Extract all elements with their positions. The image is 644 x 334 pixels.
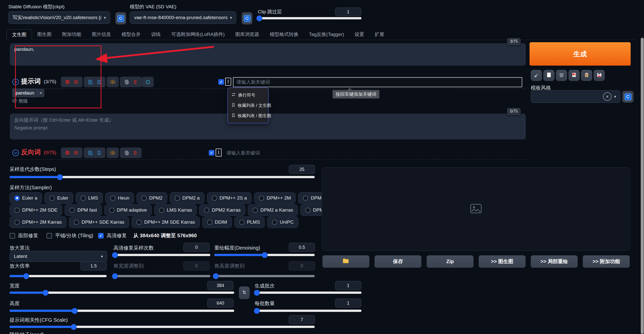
prompt-keyword-input[interactable] (233, 77, 522, 87)
hires-steps-slider[interactable] (113, 254, 210, 256)
tab-settings[interactable]: 设置 (349, 29, 370, 40)
batch-count-slider[interactable] (255, 292, 361, 294)
tab-txt2img[interactable]: 文生图 (7, 29, 32, 40)
batch-size-slider[interactable] (255, 310, 361, 312)
width-value[interactable]: 384 (207, 281, 233, 290)
sampler-dpm-adaptive[interactable]: DPM adaptive (104, 204, 152, 216)
sampler-lms-karras[interactable]: LMS Karras (154, 204, 197, 216)
sampler-dpmpp-2m-sde-karras[interactable]: DPM++ 2M SDE Karras (132, 216, 200, 228)
sampler-lms[interactable]: LMS (76, 192, 103, 204)
tab-checkpoint-merger[interactable]: 模型合并 (116, 29, 146, 40)
collapse-chevron-icon[interactable] (12, 78, 19, 86)
globe-icon[interactable] (65, 80, 70, 84)
send-to-inpaint-button[interactable]: >> 局部重绘 (531, 255, 578, 268)
save-button[interactable]: 保存 (375, 255, 421, 268)
scrollbar-thumb[interactable] (641, 38, 644, 334)
sampler-dpm2-a[interactable]: DPM2 a (170, 192, 205, 204)
tab-extras[interactable]: 附加功能 (57, 29, 87, 40)
clear-selection-icon[interactable]: × (603, 92, 612, 101)
denoising-value[interactable]: 0.5 (289, 243, 315, 252)
sampler-unipc[interactable]: UniPC (267, 216, 298, 228)
negative-keyword-checkbox[interactable]: ✓ (209, 150, 214, 156)
sampler-dpmpp-2m-sde[interactable]: DPM++ 2M SDE (10, 204, 62, 216)
model-refresh-button[interactable] (115, 12, 126, 24)
save-style-button[interactable] (594, 70, 605, 81)
scrollbar-track[interactable] (640, 0, 644, 334)
upscale-by-slider[interactable] (10, 275, 107, 277)
translate-ab-icon[interactable]: AB (110, 80, 115, 84)
history-doc-icon[interactable] (88, 151, 93, 155)
clip-skip-slider[interactable] (258, 17, 361, 19)
tag-remove-icon[interactable]: × (37, 89, 44, 97)
upscale-by-value[interactable]: 1.5 (80, 261, 107, 270)
model-select[interactable]: 写实\realisticVisionV20_v20.safetensors [c… (8, 11, 110, 24)
history-doc-icon[interactable] (88, 80, 93, 84)
text-cursor-icon[interactable]: I (216, 149, 222, 157)
prompt-keyword-checkbox[interactable]: ✓ (218, 79, 224, 85)
hires-fix-toggle[interactable]: ✓ 高清修复 (98, 232, 127, 239)
steps-slider[interactable] (10, 176, 315, 178)
prompt-tag-chip[interactable]: pandaun × (12, 89, 44, 97)
sampler-dpm2-a-karras[interactable]: DPM2 a Karras (248, 204, 298, 216)
sampler-euler[interactable]: Euler (45, 192, 73, 204)
tab-image-browser[interactable]: 图库浏览器 (230, 29, 264, 40)
steps-value[interactable]: 25 (289, 165, 315, 174)
denoising-slider[interactable] (214, 254, 315, 256)
sampler-dpmpp-2m-karras[interactable]: DPM++ 2M Karras (10, 216, 66, 228)
height-value[interactable]: 640 (207, 299, 233, 308)
style-refresh-button[interactable] (622, 91, 633, 103)
bookmark-icon[interactable] (97, 80, 101, 84)
clip-skip-value[interactable]: 1 (335, 8, 361, 16)
tab-lora[interactable]: 可选附加网络(LoRA插件) (166, 29, 230, 40)
collapse-chevron-icon[interactable] (12, 149, 19, 157)
sampler-dpmpp-2m[interactable]: DPM++ 2M (254, 192, 296, 204)
vae-refresh-button[interactable] (242, 12, 252, 24)
bookmark-icon[interactable] (97, 151, 101, 155)
menu-item-linebreak[interactable]: 换行符号 (228, 90, 268, 100)
hires-steps-value[interactable]: 0 (183, 243, 210, 252)
trash-icon[interactable] (133, 80, 137, 84)
open-folder-button[interactable] (323, 255, 369, 268)
vae-select[interactable]: vae-ft-mse-840000-ema-pruned.safetensors… (130, 11, 236, 24)
send-to-img2img-button[interactable]: >> 图生图 (479, 255, 526, 268)
tab-tagger[interactable]: Tag反推(Tagger) (304, 29, 349, 40)
sampler-dpm2-karras[interactable]: DPM2 Karras (199, 204, 245, 216)
width-slider[interactable] (10, 292, 234, 294)
copy-icon[interactable] (125, 151, 129, 155)
tab-train[interactable]: 训练 (146, 29, 166, 40)
gear-icon[interactable] (74, 80, 78, 84)
batch-count-value[interactable]: 1 (335, 281, 361, 290)
trash-icon[interactable] (133, 151, 137, 155)
openai-icon[interactable] (145, 80, 150, 84)
tiling-toggle[interactable]: 平铺/分块 (Tiling) (47, 232, 93, 239)
globe-icon[interactable] (65, 151, 70, 155)
clipboard-button[interactable] (581, 70, 592, 81)
trash-basket-button[interactable] (556, 70, 567, 81)
cfg-value[interactable]: 7 (289, 315, 315, 324)
swap-dimensions-button[interactable] (239, 287, 250, 299)
cfg-slider[interactable] (10, 326, 315, 328)
zip-button[interactable]: Zip (427, 255, 473, 268)
send-to-extras-button[interactable]: >> 附加功能 (583, 255, 630, 268)
height-slider[interactable] (10, 310, 234, 312)
tab-extensions[interactable]: 扩展 (370, 29, 390, 40)
sampler-euler-a[interactable]: Euler a (10, 192, 42, 204)
sampler-heun[interactable]: Heun (105, 192, 134, 204)
sampler-dpm2[interactable]: DPM2 (137, 192, 167, 204)
tab-img2img[interactable]: 图生图 (32, 29, 57, 40)
style-image-button[interactable] (569, 70, 580, 81)
upscaler-select[interactable]: Latent ▾ (10, 251, 107, 262)
tab-model-converter[interactable]: 模型格式转换 (264, 29, 304, 40)
sampler-plms[interactable]: PLMS (234, 216, 265, 228)
sampler-dpmpp-2s-a[interactable]: DPM++ 2S a (207, 192, 252, 204)
style-template-select[interactable]: × ▾ (531, 90, 620, 103)
batch-size-value[interactable]: 1 (335, 299, 361, 308)
generate-button[interactable]: 生成 (530, 42, 631, 66)
gear-icon[interactable] (74, 151, 78, 155)
text-cursor-icon[interactable]: I (225, 78, 231, 86)
copy-icon[interactable] (125, 80, 129, 84)
clear-prompt-button[interactable] (543, 70, 554, 81)
sampler-ddim[interactable]: DDIM (202, 216, 232, 228)
sampler-dpm-fast[interactable]: DPM fast (65, 204, 102, 216)
sampler-dpmpp-sde-karras[interactable]: DPM++ SDE Karras (69, 216, 129, 228)
